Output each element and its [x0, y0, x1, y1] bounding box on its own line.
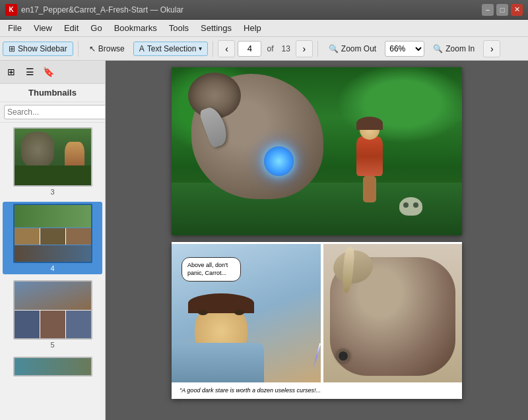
character	[343, 120, 396, 206]
zoom-out-button[interactable]: 🔍 Zoom Out	[323, 42, 382, 56]
show-sidebar-button[interactable]: ⊞ Show Sidebar	[3, 42, 73, 56]
thumbnail-4-image	[13, 204, 92, 263]
document-area[interactable]: Above all, don't panic, Carrot... "A goo…	[106, 61, 528, 420]
thumb5-bot-panel	[15, 311, 91, 339]
separator-3	[317, 41, 318, 57]
speech-bubble: Above all, don't panic, Carrot...	[182, 257, 241, 282]
browse-button[interactable]: ↖ Browse	[83, 42, 131, 56]
thumbnail-5-number: 5	[50, 341, 54, 349]
sidebar-tab-toc[interactable]: ☰	[21, 63, 38, 80]
girl-eye1	[198, 310, 208, 315]
skull	[399, 197, 422, 216]
bottom-panels: Above all, don't panic, Carrot...	[172, 242, 462, 380]
browse-icon: ↖	[89, 44, 96, 53]
sidebar-tab-bookmarks[interactable]: 🔖	[40, 63, 57, 80]
girl-hair-top	[188, 293, 254, 313]
browse-label: Browse	[98, 44, 125, 53]
thumbnail-page-4[interactable]: 4	[3, 202, 102, 274]
next-page-button[interactable]: ›	[296, 40, 313, 57]
zoom-in-label: Zoom In	[446, 44, 475, 53]
text-selection-icon: A	[139, 44, 145, 53]
menu-view[interactable]: View	[28, 22, 57, 34]
thumbnail-page-3[interactable]: 3	[3, 125, 102, 198]
window-title: en17_Pepper&Carrot_A-Fresh-Start — Okula…	[21, 5, 183, 15]
menu-bookmarks[interactable]: Bookmarks	[109, 22, 162, 34]
window-controls: − □ ✕	[482, 4, 523, 16]
page-top-container	[172, 67, 462, 235]
zoom-level-select[interactable]: 66% 75% 100% 125% 150%	[385, 41, 424, 57]
menu-edit[interactable]: Edit	[59, 22, 84, 34]
lightning	[313, 343, 321, 369]
thumbnails-list: 3 4	[0, 123, 105, 420]
thumb5-top-panel	[15, 282, 91, 310]
thumbnail-3-number: 3	[50, 188, 54, 196]
speech-bubble-text: Above all, don't panic, Carrot...	[187, 262, 228, 276]
creature-eye-closeup	[337, 349, 350, 363]
menu-go[interactable]: Go	[85, 22, 107, 34]
zoom-out-icon: 🔍	[329, 44, 339, 53]
right-panel	[323, 244, 462, 382]
page-total-label: 13	[279, 44, 292, 53]
zoom-in-button[interactable]: 🔍 Zoom In	[427, 42, 480, 56]
show-sidebar-label: Show Sidebar	[18, 44, 67, 53]
separator-2	[213, 41, 213, 57]
left-panel: Above all, don't panic, Carrot...	[172, 244, 323, 382]
caption-text: "A good dark stare is worth a dozen usel…	[180, 387, 321, 394]
menu-help[interactable]: Help	[238, 22, 267, 34]
skull-eye1	[403, 202, 409, 208]
page-of-label: of	[264, 44, 276, 53]
menu-tools[interactable]: Tools	[164, 22, 194, 34]
titlebar-left: K en17_Pepper&Carrot_A-Fresh-Start — Oku…	[5, 4, 183, 16]
thumbnail-page-6-partial[interactable]	[3, 355, 102, 378]
maximize-button[interactable]: □	[496, 4, 508, 16]
girl-eye2	[234, 310, 244, 315]
sidebar-icon: ⊞	[9, 44, 15, 53]
close-button[interactable]: ✕	[511, 4, 523, 16]
caption-area: "A good dark stare is worth a dozen usel…	[172, 380, 462, 399]
page-bottom-container: Above all, don't panic, Carrot... "A goo…	[172, 242, 462, 399]
text-selection-button[interactable]: A Text Selection ▾	[133, 42, 209, 56]
minimize-button[interactable]: −	[482, 4, 494, 16]
prev-page-button[interactable]: ‹	[218, 40, 235, 57]
toolbar: ⊞ Show Sidebar ↖ Browse A Text Selection…	[0, 37, 528, 61]
girl-shoulders	[172, 343, 264, 382]
text-selection-dropdown-icon: ▾	[199, 45, 202, 52]
menubar: File View Edit Go Bookmarks Tools Settin…	[0, 20, 528, 37]
sidebar-title: Thumbnails	[0, 84, 105, 102]
menu-settings[interactable]: Settings	[195, 22, 237, 34]
thumbnail-4-number: 4	[50, 264, 54, 272]
titlebar: K en17_Pepper&Carrot_A-Fresh-Start — Oku…	[0, 0, 528, 20]
sidebar-tabs: ⊞ ☰ 🔖	[0, 61, 105, 84]
thumbnail-page-5[interactable]: 5	[3, 278, 102, 351]
thumb4-bot-panel	[15, 245, 91, 262]
char-hair	[356, 117, 383, 130]
app-logo: K	[5, 4, 17, 16]
logo-letter: K	[9, 6, 13, 13]
sidebar-tab-thumbnails[interactable]: ⊞	[3, 63, 20, 80]
char-legs	[363, 176, 376, 202]
sidebar-search-area: ▽	[0, 102, 105, 123]
main-content: ⊞ ☰ 🔖 Thumbnails ▽ 3	[0, 61, 528, 420]
menu-file[interactable]: File	[3, 22, 27, 34]
separator-1	[78, 41, 79, 57]
orb	[264, 146, 294, 176]
thumb4-mid-panel	[15, 228, 91, 245]
page-number-input[interactable]	[238, 41, 261, 57]
search-input[interactable]	[4, 105, 106, 119]
char-body	[356, 136, 383, 176]
char-head	[360, 120, 380, 140]
zoom-in-icon: 🔍	[433, 44, 443, 53]
thumb4-top-panel	[15, 205, 91, 227]
thumbnail-3-image	[13, 127, 92, 187]
sidebar: ⊞ ☰ 🔖 Thumbnails ▽ 3	[0, 61, 106, 420]
zoom-out-label: Zoom Out	[341, 44, 376, 53]
text-selection-label: Text Selection	[147, 44, 197, 53]
jungle-illustration	[172, 67, 462, 235]
more-tools-button[interactable]: ›	[483, 40, 500, 57]
thumbnail-5-image	[13, 280, 92, 340]
skull-eye2	[413, 202, 418, 208]
